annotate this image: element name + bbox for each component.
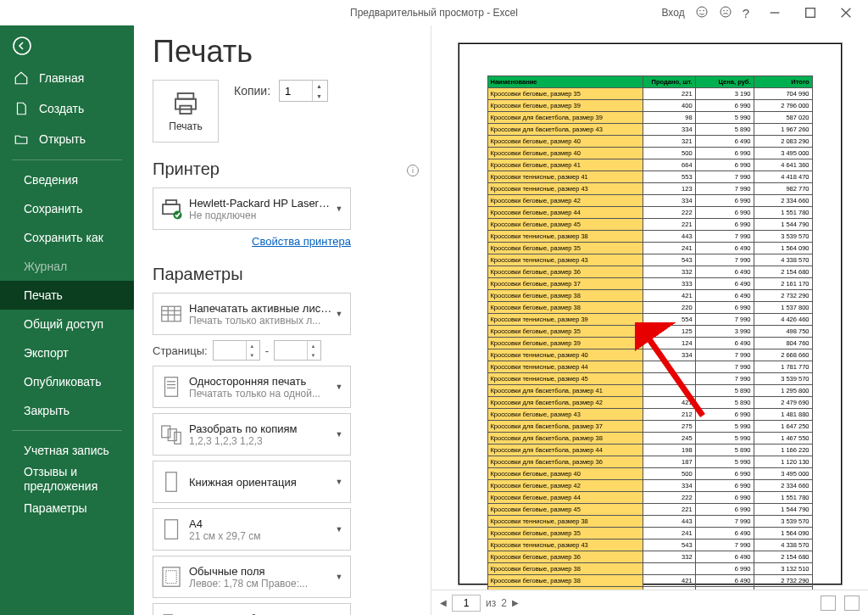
pager-total: 2 bbox=[501, 597, 507, 609]
preview-footer: ◀ из 2 ▶ bbox=[431, 590, 868, 615]
pages-from[interactable]: ▲▼ bbox=[213, 340, 260, 361]
nav-info[interactable]: Сведения bbox=[0, 165, 134, 194]
pages-to[interactable]: ▲▼ bbox=[274, 340, 321, 361]
svg-rect-17 bbox=[162, 306, 181, 321]
chevron-down-icon: ▼ bbox=[333, 478, 345, 486]
zoom-margins-toggle[interactable] bbox=[821, 595, 836, 611]
smile-icon[interactable] bbox=[695, 5, 709, 21]
chevron-down-icon: ▼ bbox=[333, 525, 345, 534]
svg-point-10 bbox=[14, 37, 31, 54]
collate-icon bbox=[159, 422, 184, 447]
nav-save-as[interactable]: Сохранить как bbox=[0, 223, 134, 252]
chevron-down-icon: ▼ bbox=[333, 383, 345, 391]
nav-home[interactable]: Главная bbox=[0, 63, 134, 93]
sides-combo[interactable]: Односторонняя печатьПечатать только на о… bbox=[153, 366, 351, 408]
svg-point-3 bbox=[721, 7, 731, 17]
nav-options[interactable]: Параметры bbox=[0, 494, 134, 523]
svg-point-0 bbox=[697, 7, 707, 17]
svg-point-4 bbox=[723, 10, 724, 11]
back-button[interactable] bbox=[5, 29, 39, 63]
frown-icon[interactable] bbox=[719, 5, 732, 21]
copies-up[interactable]: ▲ bbox=[313, 81, 326, 91]
copies-down[interactable]: ▼ bbox=[313, 91, 326, 101]
svg-point-5 bbox=[726, 10, 727, 11]
prev-page-button[interactable]: ◀ bbox=[440, 598, 447, 607]
svg-rect-32 bbox=[166, 571, 177, 584]
help-icon[interactable]: ? bbox=[743, 6, 749, 20]
print-preview-panel: НаименованиеПродано, шт.Цена, руб.Итого … bbox=[431, 25, 868, 615]
pager-of-label: из bbox=[486, 597, 496, 609]
svg-rect-28 bbox=[175, 433, 181, 444]
paper-size-combo[interactable]: A421 см x 29,7 см ▼ bbox=[153, 508, 351, 551]
titlebar: Предварительный просмотр - Excel Вход ? bbox=[0, 0, 868, 25]
login-link[interactable]: Вход bbox=[662, 7, 685, 19]
nav-share[interactable]: Общий доступ bbox=[0, 310, 134, 338]
orientation-combo[interactable]: Книжная ориентация ▼ bbox=[153, 461, 351, 503]
svg-rect-15 bbox=[166, 200, 177, 204]
printer-heading: Принтер i bbox=[153, 159, 419, 179]
nav-open-label: Открыть bbox=[39, 132, 86, 146]
info-icon[interactable]: i bbox=[407, 165, 419, 176]
chevron-down-icon: ▼ bbox=[333, 310, 345, 318]
nav-publish[interactable]: Опубликовать bbox=[0, 367, 134, 396]
page-title: Печать bbox=[153, 34, 419, 70]
collate-combo[interactable]: Разобрать по копиям1,2,3 1,2,3 1,2,3 ▼ bbox=[153, 413, 351, 456]
maximize-button[interactable] bbox=[795, 3, 826, 23]
svg-rect-29 bbox=[166, 472, 177, 492]
printer-properties-link[interactable]: Свойства принтера bbox=[153, 235, 351, 248]
page-icon bbox=[159, 374, 184, 400]
scaling-icon: 100 bbox=[159, 612, 184, 615]
nav-feedback[interactable]: Отзывы и предложения bbox=[0, 465, 134, 494]
close-button[interactable] bbox=[831, 3, 861, 23]
svg-rect-12 bbox=[175, 99, 196, 109]
params-heading: Параметры bbox=[153, 265, 419, 284]
printer-combo[interactable]: Hewlett-Packard HP LaserJe...Не подключе… bbox=[153, 187, 351, 230]
printer-name: Hewlett-Packard HP LaserJe... bbox=[189, 197, 333, 210]
chevron-down-icon: ▼ bbox=[333, 573, 345, 581]
printer-status: Не подключен bbox=[189, 210, 333, 221]
sheets-icon bbox=[159, 301, 184, 327]
margins-icon bbox=[159, 564, 184, 590]
zoom-page-toggle[interactable] bbox=[844, 595, 860, 611]
nav-new[interactable]: Создать bbox=[0, 93, 134, 124]
paper-icon bbox=[159, 517, 184, 542]
preview-page: НаименованиеПродано, шт.Цена, руб.Итого … bbox=[458, 42, 843, 585]
printer-icon bbox=[159, 196, 184, 221]
nav-print[interactable]: Печать bbox=[0, 281, 134, 310]
orientation-icon bbox=[159, 469, 184, 495]
window-title: Предварительный просмотр - Excel bbox=[350, 7, 518, 19]
copies-spinner[interactable]: ▲▼ bbox=[279, 80, 328, 102]
svg-rect-7 bbox=[806, 8, 815, 18]
scaling-combo[interactable]: 100 Без масштабированияПечать листов в ф… bbox=[153, 603, 351, 615]
copies-label: Копии: bbox=[234, 84, 270, 98]
print-button-label: Печать bbox=[169, 120, 202, 132]
svg-rect-26 bbox=[162, 426, 170, 438]
nav-account[interactable]: Учетная запись bbox=[0, 436, 134, 465]
svg-rect-22 bbox=[165, 377, 178, 397]
svg-point-2 bbox=[703, 10, 704, 11]
chevron-down-icon: ▼ bbox=[333, 430, 345, 439]
preview-table: НаименованиеПродано, шт.Цена, руб.Итого … bbox=[487, 75, 813, 590]
pager: ◀ из 2 ▶ bbox=[440, 595, 519, 612]
nav-home-label: Главная bbox=[39, 71, 84, 85]
copies-input[interactable] bbox=[280, 85, 312, 98]
current-page-input[interactable] bbox=[452, 595, 481, 612]
svg-point-1 bbox=[699, 10, 700, 11]
svg-rect-27 bbox=[168, 429, 176, 441]
print-button[interactable]: Печать bbox=[153, 80, 219, 143]
nav-history: Журнал bbox=[0, 252, 134, 281]
nav-export[interactable]: Экспорт bbox=[0, 338, 134, 367]
next-page-button[interactable]: ▶ bbox=[512, 598, 519, 607]
nav-save[interactable]: Сохранить bbox=[0, 194, 134, 223]
minimize-button[interactable] bbox=[760, 3, 790, 23]
backstage-sidebar: Главная Создать Открыть Сведения Сохрани… bbox=[0, 25, 134, 615]
chevron-down-icon: ▼ bbox=[333, 204, 345, 213]
svg-rect-11 bbox=[178, 93, 194, 99]
svg-rect-30 bbox=[165, 520, 178, 540]
nav-open[interactable]: Открыть bbox=[0, 124, 134, 154]
print-what-combo[interactable]: Напечатать активные листыПечать только а… bbox=[153, 293, 351, 335]
nav-new-label: Создать bbox=[39, 102, 84, 115]
margins-combo[interactable]: Обычные поляЛевое: 1,78 см Правое:... ▼ bbox=[153, 556, 351, 598]
pages-range: Страницы: ▲▼ - ▲▼ bbox=[153, 340, 419, 361]
nav-close[interactable]: Закрыть bbox=[0, 396, 134, 425]
